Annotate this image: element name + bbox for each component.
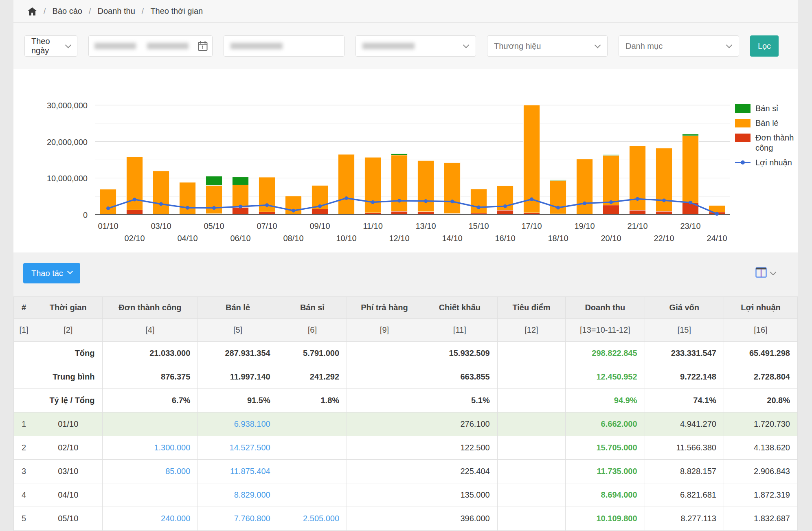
profit-point[interactable] — [662, 199, 666, 202]
bar-segment[interactable] — [365, 157, 381, 213]
store-select[interactable] — [356, 35, 476, 57]
legend-item[interactable]: Lợi nhuận — [735, 158, 797, 168]
profit-point[interactable] — [265, 203, 269, 207]
x-axis-tick: 17/10 — [521, 222, 542, 230]
breadcrumb-item-reports[interactable]: Báo cáo — [53, 7, 82, 16]
bar-segment[interactable] — [524, 105, 540, 213]
bar-segment[interactable] — [656, 211, 672, 215]
bar-segment[interactable] — [391, 154, 408, 155]
table-cell[interactable]: 2.505.000 — [278, 507, 347, 531]
brand-select[interactable]: Thương hiệu — [487, 35, 608, 57]
bar-segment[interactable] — [100, 189, 116, 215]
profit-point[interactable] — [133, 197, 136, 201]
profit-point[interactable] — [159, 202, 163, 206]
profit-point[interactable] — [424, 199, 428, 203]
profit-point[interactable] — [292, 209, 295, 213]
table-cell: 15.705.000 — [566, 436, 645, 460]
bar-segment[interactable] — [630, 210, 646, 215]
bar-segment[interactable] — [391, 155, 408, 211]
profit-point[interactable] — [715, 212, 719, 216]
table-cell — [497, 436, 565, 460]
category-select[interactable]: Danh mục — [619, 35, 739, 57]
filter-button[interactable]: Lọc — [750, 35, 779, 57]
table-cell[interactable]: 14.527.500 — [198, 436, 278, 460]
table-cell: 276.100 — [422, 413, 497, 436]
table-cell[interactable]: 7.760.800 — [198, 507, 278, 531]
bar-segment[interactable] — [603, 154, 619, 155]
summary-row: Tỷ lệ / Tổng6.7%91.5%1.8%5.1%94.9%74.1%2… — [14, 389, 798, 413]
product-search-input[interactable] — [224, 35, 345, 57]
legend-item[interactable]: Bán lẻ — [735, 118, 797, 128]
summary-cell: 2.728.804 — [724, 365, 798, 389]
breadcrumb-item-revenue[interactable]: Doanh thu — [98, 7, 135, 16]
bar-segment[interactable] — [683, 134, 699, 136]
bar-segment[interactable] — [206, 176, 222, 185]
column-code: [11] — [422, 319, 497, 342]
legend-label: Bán lẻ — [755, 118, 779, 128]
bar-segment[interactable] — [550, 180, 566, 181]
profit-point[interactable] — [556, 206, 560, 209]
bar-segment[interactable] — [444, 163, 461, 214]
table-cell: 1.720.730 — [724, 413, 798, 436]
column-header: Đơn thành công — [102, 297, 198, 319]
bulk-actions-button[interactable]: Thao tác — [23, 263, 80, 283]
summary-cell: 287.931.354 — [198, 342, 278, 365]
table-cell[interactable]: 240.000 — [102, 507, 198, 531]
profit-point[interactable] — [371, 200, 375, 204]
bar-segment[interactable] — [577, 159, 593, 215]
bar-segment[interactable] — [683, 136, 699, 203]
bar-segment[interactable] — [312, 209, 328, 215]
profit-point[interactable] — [636, 197, 639, 201]
date-range-input[interactable] — [88, 35, 213, 57]
bar-segment[interactable] — [127, 210, 143, 215]
summary-cell: 9.722.148 — [645, 365, 724, 389]
profit-point[interactable] — [450, 200, 454, 203]
bar-segment[interactable] — [338, 154, 355, 215]
profit-point[interactable] — [477, 206, 481, 209]
bar-segment[interactable] — [603, 205, 619, 215]
profit-point[interactable] — [583, 202, 586, 205]
bar-segment[interactable] — [391, 211, 408, 215]
profit-point[interactable] — [397, 199, 401, 202]
date-from-field[interactable] — [89, 43, 141, 49]
table-cell[interactable]: 6.938.100 — [198, 413, 278, 436]
x-axis-tick: 16/10 — [495, 234, 515, 243]
profit-point[interactable] — [503, 204, 507, 208]
profit-point[interactable] — [345, 196, 348, 200]
profit-point[interactable] — [106, 206, 110, 210]
legend-item[interactable]: Đơn thành công — [735, 133, 797, 153]
legend-item[interactable]: Bán sỉ — [735, 103, 797, 114]
profit-point[interactable] — [186, 206, 189, 210]
profit-point[interactable] — [212, 206, 216, 210]
table-cell[interactable]: 8.829.000 — [198, 483, 278, 507]
bar-segment[interactable] — [233, 177, 249, 185]
bar-segment[interactable] — [471, 189, 487, 213]
profit-point[interactable] — [318, 204, 322, 208]
group-by-select[interactable]: Theo ngày — [24, 35, 77, 57]
profit-point[interactable] — [609, 200, 613, 204]
summary-cell: 21.033.000 — [102, 342, 198, 365]
home-icon[interactable] — [27, 7, 37, 16]
bar-segment[interactable] — [259, 212, 275, 215]
calendar-icon[interactable] — [193, 36, 212, 56]
column-code: [6] — [278, 319, 347, 342]
date-to-field[interactable] — [141, 43, 194, 49]
table-cell — [278, 413, 347, 436]
profit-point[interactable] — [239, 205, 242, 208]
bar-segment[interactable] — [418, 160, 434, 212]
column-visibility-toggle[interactable] — [755, 267, 775, 279]
bar-segment[interactable] — [497, 210, 514, 215]
table-cell[interactable]: 11.875.404 — [198, 460, 278, 483]
revenue-table: #Thời gianĐơn thành côngBán lẻBán sỉPhí … — [13, 296, 798, 531]
bar-segment[interactable] — [418, 212, 434, 215]
table-cell[interactable]: 1.300.000 — [102, 436, 198, 460]
bar-segment[interactable] — [153, 171, 169, 214]
bar-segment[interactable] — [233, 185, 249, 207]
profit-point[interactable] — [689, 201, 692, 204]
table-cell[interactable]: 85.000 — [102, 460, 198, 483]
bar-segment[interactable] — [180, 182, 196, 215]
bar-segment[interactable] — [603, 156, 619, 205]
row-index: 1 — [14, 413, 34, 436]
legend-label: Lợi nhuận — [755, 158, 792, 168]
profit-point[interactable] — [530, 197, 533, 201]
